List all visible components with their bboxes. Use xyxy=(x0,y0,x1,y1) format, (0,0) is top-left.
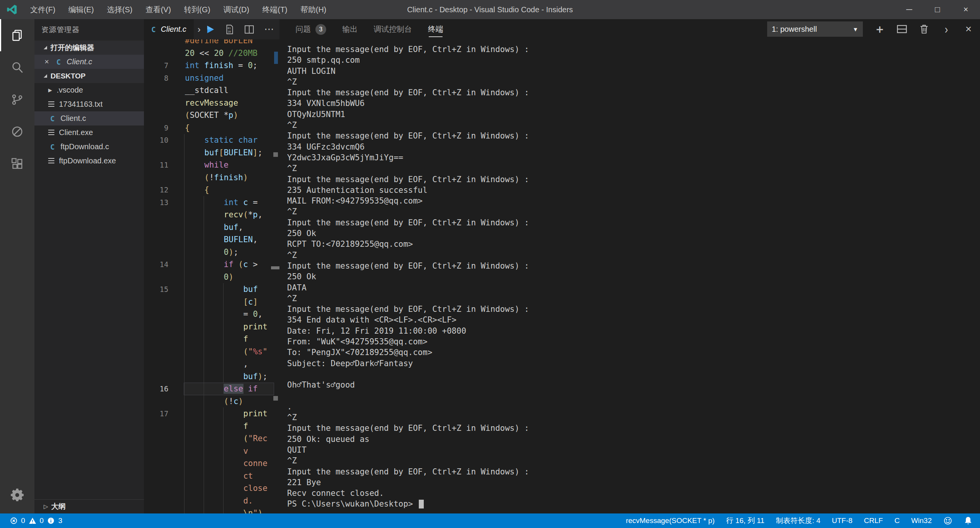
vscode-insiders-logo xyxy=(6,4,18,15)
menu-item-2[interactable]: 选择(S) xyxy=(100,5,139,14)
code-row: [c] xyxy=(144,296,279,308)
code-row: conne xyxy=(144,457,279,470)
menu-item-7[interactable]: 帮助(H) xyxy=(294,5,333,14)
encoding-indicator[interactable]: UTF-8 xyxy=(832,517,853,525)
hexdump-icon[interactable]: 01 10 xyxy=(225,24,234,34)
line-number xyxy=(144,358,168,370)
cursor-position[interactable]: 行 16, 列 11 xyxy=(726,516,764,526)
maximize-icon[interactable]: □ xyxy=(923,0,952,19)
close-window-icon[interactable]: × xyxy=(952,0,980,19)
line-number xyxy=(144,333,168,345)
code-row: ("Rec xyxy=(144,432,279,445)
platform-indicator[interactable]: Win32 xyxy=(911,517,932,525)
code-row: recv(*p, xyxy=(144,209,279,221)
tab-size-indicator[interactable]: 制表符长度: 4 xyxy=(776,516,820,526)
close-panel-icon[interactable]: × xyxy=(963,24,974,34)
search-icon[interactable] xyxy=(0,51,34,83)
tab-output[interactable]: 输出 xyxy=(342,19,358,39)
tab-client-c[interactable]: C Client.c xyxy=(144,19,194,39)
language-indicator[interactable]: C xyxy=(894,517,900,525)
menu-item-1[interactable]: 编辑(E) xyxy=(62,5,101,14)
line-number xyxy=(144,147,168,159)
indent-guide xyxy=(204,196,204,513)
code-row: recvMessage xyxy=(144,97,279,109)
debug-icon[interactable] xyxy=(0,116,34,148)
maximize-panel-icon[interactable]: › xyxy=(941,23,952,36)
terminal-select[interactable]: 1: powershell ▼ xyxy=(767,21,863,37)
menu-item-4[interactable]: 转到(G) xyxy=(178,5,217,14)
tab-debug-console[interactable]: 调试控制台 xyxy=(374,19,412,39)
overview-ruler-marker xyxy=(273,396,278,401)
sash-handle[interactable] xyxy=(271,266,279,269)
overview-ruler-marker xyxy=(273,152,278,157)
menu-item-6[interactable]: 终端(T) xyxy=(256,5,294,14)
tab-problems[interactable]: 问题 3 xyxy=(296,19,326,39)
split-editor-icon[interactable] xyxy=(244,25,254,34)
terminal-line: QUIT xyxy=(287,445,978,455)
minimize-icon[interactable]: ─ xyxy=(895,0,923,19)
terminal-line: Date: Fri, 12 Fri 2019 11:00:00 +0800 xyxy=(287,326,978,336)
eol-indicator[interactable]: CRLF xyxy=(864,517,883,525)
c-file-icon: C xyxy=(48,114,57,123)
symbol-indicator[interactable]: recvMessage(SOCKET * p) xyxy=(626,517,715,525)
code-row: buf, xyxy=(144,221,279,234)
tab-label: Client.c xyxy=(161,25,186,34)
code-area[interactable]: #define BUFLEN20 << 20 //20MB7int finish… xyxy=(144,39,279,513)
feedback-smiley-icon[interactable] xyxy=(943,516,952,525)
terminal-output[interactable]: Input the message(end by EOF, Ctrl+Z in … xyxy=(287,39,978,513)
folder-header[interactable]: DESKTOP xyxy=(34,69,144,83)
terminal-line: Input the message(end by EOF, Ctrl+Z in … xyxy=(287,304,978,315)
explorer-icon[interactable] xyxy=(0,19,34,51)
menu-bar: 文件(F)编辑(E)选择(S)查看(V)转到(G)调试(D)终端(T)帮助(H) xyxy=(24,0,333,19)
code-row: #define BUFLEN xyxy=(144,39,279,47)
extensions-icon[interactable] xyxy=(0,148,34,180)
code-row: 14if (c > xyxy=(144,258,279,271)
close-icon[interactable]: × xyxy=(43,57,51,66)
tree-item-ftpDownload.c[interactable]: CftpDownload.c xyxy=(34,140,144,154)
split-terminal-icon[interactable] xyxy=(897,24,907,34)
line-number xyxy=(144,457,168,470)
tab-terminal[interactable]: 终端 xyxy=(428,19,443,39)
open-editor-item[interactable]: ×CClient.c xyxy=(34,55,144,69)
settings-gear-icon[interactable] xyxy=(0,478,34,510)
terminal-line xyxy=(287,369,978,380)
line-number xyxy=(144,395,168,408)
notifications-bell-icon[interactable] xyxy=(964,516,972,525)
terminal-line: Input the message(end by EOF, Ctrl+Z in … xyxy=(287,174,978,185)
line-number: 11 xyxy=(144,159,168,171)
code-row: \n"), xyxy=(144,507,279,513)
kill-terminal-icon[interactable] xyxy=(919,24,929,34)
line-number: 7 xyxy=(144,59,168,72)
menu-item-5[interactable]: 调试(D) xyxy=(217,5,256,14)
run-code-icon[interactable] xyxy=(205,24,215,34)
tree-item-.vscode[interactable]: ▶.vscode xyxy=(34,83,144,97)
chevron-right-icon: › xyxy=(198,24,201,35)
source-control-icon[interactable] xyxy=(0,83,34,116)
terminal-line: Input the message(end by EOF, Ctrl+Z in … xyxy=(287,423,978,433)
code-row: __stdcall xyxy=(144,84,279,97)
tree-item-ftpDownload.exe[interactable]: ftpDownload.exe xyxy=(34,154,144,168)
chevron-expanded-icon xyxy=(44,74,47,78)
tree-item-Client.c[interactable]: CClient.c xyxy=(34,111,144,125)
terminal-line: Input the message(end by EOF, Ctrl+Z in … xyxy=(287,87,978,98)
terminal-line: 334 VXNlcm5hbWU6 xyxy=(287,98,978,109)
menu-item-3[interactable]: 查看(V) xyxy=(139,5,178,14)
code-row: , xyxy=(144,358,279,370)
overview-ruler-marker xyxy=(274,52,278,64)
open-editors-header[interactable]: 打开的编辑器 xyxy=(34,41,144,55)
terminal-line: 250 Ok xyxy=(287,271,978,282)
editor-group[interactable]: C Client.c › 01 10 ⋯ #de xyxy=(144,19,279,513)
tree-item-Client.exe[interactable]: Client.exe xyxy=(34,125,144,140)
line-number xyxy=(144,233,168,246)
line-number xyxy=(144,370,168,383)
code-row: 0) xyxy=(144,271,279,284)
problems-status[interactable]: 0 0 3 xyxy=(10,517,62,525)
outline-header[interactable]: ▷ 大纲 xyxy=(34,499,144,513)
new-terminal-icon[interactable]: ＋ xyxy=(874,24,885,34)
menu-item-0[interactable]: 文件(F) xyxy=(24,5,62,14)
tree-item-17341163.txt[interactable]: 17341163.txt xyxy=(34,97,144,111)
more-actions-icon[interactable]: ⋯ xyxy=(264,23,275,35)
terminal-line: OTQyNzU5NTM1 xyxy=(287,109,978,120)
terminal-line: 354 End data with <CR><LF>.<CR><LF> xyxy=(287,315,978,325)
terminal-line: 250 Ok xyxy=(287,228,978,239)
